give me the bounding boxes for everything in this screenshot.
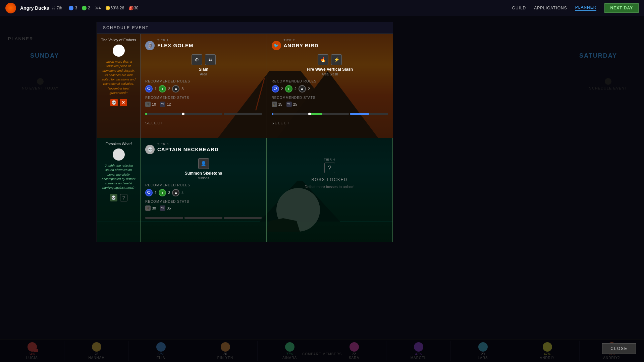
prog-bar-8 (184, 217, 222, 219)
prog-dot-4 (308, 113, 311, 115)
question-icon: ? (120, 194, 127, 201)
boss3-tank-count: 1 (155, 191, 157, 195)
boss1-select-button[interactable]: SELECT (145, 120, 164, 126)
boss1-dps-count: 3 (181, 87, 183, 91)
boss3-role-tank: 🛡 (145, 189, 153, 196)
boss2-ability-icon-2: ⚡ (331, 54, 342, 65)
modal-title: SCHEDULE EVENT (103, 25, 149, 30)
location-icons-top: 💀 ✖ (101, 99, 136, 106)
boss-card-1: 🗿 Tier 1 FLEX GOLEM ⊕ ≋ Slam Area Recomm… (141, 34, 267, 138)
next-day-button[interactable]: NEXT DAY (604, 3, 639, 13)
boss1-role-dps: ⚔ (172, 85, 179, 93)
shield-icon: 🛡 (160, 102, 165, 107)
boss1-tier: Tier 1 (157, 39, 194, 42)
boss4-tier: Tier 4 (324, 158, 335, 161)
boss3-stats-label: Recommended stats (145, 200, 262, 203)
hat-icon-2: 🎓 (272, 102, 277, 107)
boss2-roles-row: 🛡 2 + 2 ⚔ 2 (272, 85, 388, 93)
guild-nav-btn[interactable]: GUILD (512, 6, 526, 10)
location-name-top: The Valley of Embers (101, 38, 136, 42)
boss2-stats-row: 🎓 15 🛡 25 (272, 102, 388, 107)
boss3-ability-icons: 👤 (145, 158, 262, 169)
boss3-name: CAPTAIN NECKBEARD (157, 146, 219, 152)
boss-card-2: 🐦 Tier 2 ANGRY BIRD 🔥 ⚡ Fire Wave Vertic… (267, 34, 393, 138)
stat-bag: 🎒 30 (129, 6, 138, 10)
hat-icon-3: 🎓 (145, 205, 151, 211)
blue-stat-icon (69, 6, 73, 10)
boss2-avatar: 🐦 (272, 41, 281, 50)
boss2-role-heal: + (285, 85, 292, 93)
prog-bar-5 (311, 113, 349, 115)
boss1-ability-tags: Area (145, 72, 262, 76)
prog-bar-7 (145, 217, 183, 219)
boss3-dps-count: 4 (181, 191, 183, 195)
wharf-dot (113, 148, 125, 161)
boss2-ability-icon-1: 🔥 (318, 54, 328, 65)
boss4-locked-desc: Defeat more bosses to unlock! (305, 185, 355, 189)
sword-icon: ⚔ (95, 6, 99, 10)
prog-bar-1 (145, 113, 183, 115)
boss-locked-card: Tier 4 ? BOSS LOCKED Defeat more bosses … (267, 138, 393, 242)
schedule-event-modal: SCHEDULE EVENT The Valley of Embers "Muc… (97, 22, 393, 242)
boss1-heal-count: 2 (168, 87, 170, 91)
stat-blue: 3 (69, 6, 77, 10)
prog-bar-6 (350, 113, 388, 115)
boss1-stats-label: Recommended stats (145, 96, 262, 100)
boss3-avatar: 💀 (145, 145, 155, 154)
boss3-role-heal: + (159, 189, 166, 196)
location-card-top: The Valley of Embers "Much more than a f… (97, 34, 141, 138)
guild-name: Angry Ducks (20, 5, 49, 11)
boss3-roles-label: Recommended roles (145, 183, 262, 187)
boss4-question-icon: ? (324, 163, 335, 173)
skull-icon-2: ✖ (120, 99, 127, 106)
boss1-avatar: 🗿 (145, 41, 155, 50)
boss2-progress (272, 111, 388, 117)
boss1-roles-label: Recommended roles (145, 79, 262, 83)
boss2-ability-name: Fire Wave Vertical Slash (272, 67, 388, 72)
prog-bar-2 (184, 113, 222, 115)
boss1-stats-row: 🎓 10 🛡 12 (145, 102, 262, 107)
boss2-dps-count: 2 (308, 87, 310, 91)
boss1-progress (145, 111, 262, 117)
boss3-role-dps: ⚔ (172, 189, 179, 196)
hat-icon: 🎓 (145, 102, 151, 107)
boss1-stat-1: 🎓 10 (145, 102, 156, 107)
moon-icon (113, 45, 125, 57)
location-card-bottom: Forsaken Wharf "Aaahh, the relaxing soun… (97, 138, 141, 242)
boss2-stat-2: 🛡 25 (286, 102, 297, 107)
nav-right: GUILD APPLICATIONS PLANNER NEXT DAY (512, 3, 639, 13)
boss1-ability-name: Slam (145, 67, 262, 72)
wharf-title: Forsaken Wharf (101, 142, 136, 146)
boss2-role-tank: 🛡 (272, 85, 279, 93)
boss3-heal-count: 3 (168, 191, 170, 195)
wharf-quote: "Aaahh, the relaxing sound of waves on b… (101, 163, 136, 190)
close-button[interactable]: CLOSE (602, 343, 636, 354)
prog-bar-4 (272, 113, 310, 115)
applications-nav-btn[interactable]: APPLICATIONS (534, 6, 567, 10)
prog-fill-1 (145, 113, 147, 115)
modal-bottom-section: Forsaken Wharf "Aaahh, the relaxing soun… (97, 138, 393, 242)
planner-nav-btn[interactable]: PLANNER (575, 5, 597, 11)
bag-icon: 🎒 (129, 6, 134, 10)
boss1-role-heal: + (159, 85, 166, 93)
boss3-ability-tags: Minions (145, 176, 262, 180)
boss1-stat-2: 🛡 12 (160, 102, 171, 107)
boss3-roles-row: 🛡 1 + 3 ⚔ 4 (145, 189, 262, 196)
day-badge: ⚔ 7th (52, 6, 62, 10)
boss1-tank-count: 1 (155, 87, 157, 91)
boss3-stats-row: 🎓 30 🛡 35 (145, 205, 262, 211)
green-stat-icon (82, 6, 87, 10)
boss2-stats-label: Recommended stats (272, 96, 388, 100)
top-navigation: Angry Ducks ⚔ 7th 3 2 ⚔ 4 🪙 63% 26 🎒 30 … (0, 0, 644, 16)
boss3-stat-1: 🎓 30 (145, 205, 156, 211)
location-quote-top: "Much more than a forsaken place of brim… (101, 59, 136, 95)
stat-sword: ⚔ 4 (95, 6, 101, 10)
boss2-select-button[interactable]: SELECT (272, 120, 290, 126)
boss1-ability-icon-2: ≋ (205, 54, 216, 65)
skull-icon-1: 💀 (110, 99, 118, 106)
shield-icon-3: 🛡 (160, 205, 165, 211)
boss2-stat-1: 🎓 15 (272, 102, 282, 107)
boss1-ability-icons: ⊕ ≋ (145, 54, 262, 65)
boss2-ability-tags: Area Slash (272, 72, 388, 76)
gold-icon: 🪙 (105, 6, 110, 10)
